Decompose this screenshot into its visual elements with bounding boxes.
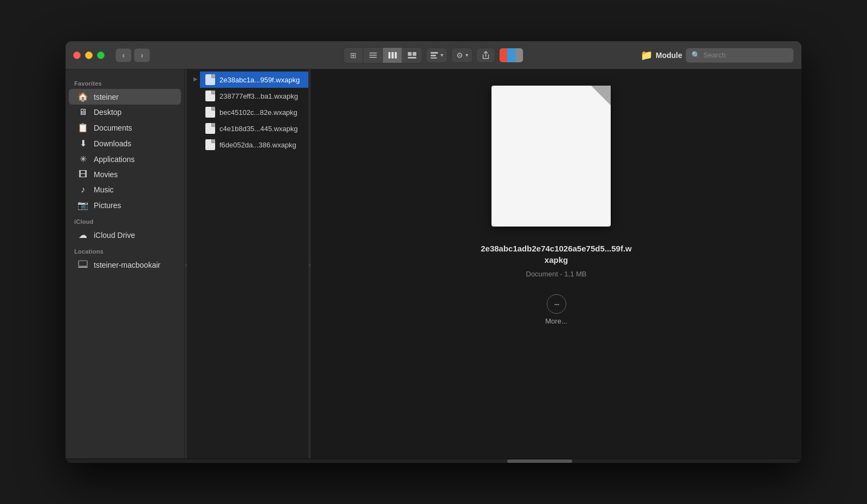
music-icon: ♪: [77, 185, 88, 195]
svg-rect-9: [431, 52, 438, 54]
icloud-label: iCloud: [66, 213, 184, 227]
sidebar-item-label: Applications: [94, 155, 135, 164]
preview-meta: Document - 1,1 MB: [526, 270, 587, 278]
svg-rect-5: [394, 52, 397, 59]
sidebar-item-tsteiner[interactable]: 🏠 tsteiner: [69, 89, 181, 105]
close-button[interactable]: [73, 51, 81, 59]
computer-icon: [77, 260, 88, 270]
sidebar-item-label: Documents: [94, 124, 132, 132]
content-area: Favorites 🏠 tsteiner 🖥 Desktop 📋 Documen…: [66, 69, 801, 458]
toolbar-center: ⊞: [344, 47, 524, 63]
more-label: More...: [545, 317, 567, 325]
title-bar: ‹ › ⊞: [66, 41, 801, 69]
preview-filename: 2e38abc1adb2e74c1026a5e75d5...59f.wxapkg: [481, 243, 632, 266]
more-circle-icon: ···: [547, 294, 566, 314]
svg-rect-8: [408, 57, 417, 59]
search-box[interactable]: 🔍: [685, 48, 794, 63]
folder-icon: 📁: [640, 49, 652, 61]
file-name: f6de052da...386.wxapkg: [219, 141, 296, 149]
gallery-view-button[interactable]: [403, 48, 422, 63]
sidebar-item-applications[interactable]: ✳ Applications: [69, 151, 181, 167]
sidebar-item-label: Movies: [94, 170, 118, 179]
svg-rect-12: [79, 261, 87, 266]
group-dropdown-button[interactable]: ▾: [426, 48, 448, 63]
window-title-text: Module: [656, 51, 682, 60]
column-view-button[interactable]: [383, 48, 403, 63]
back-button[interactable]: ‹: [115, 48, 132, 62]
sidebar-item-label: tsteiner-macbookair: [94, 261, 160, 269]
share-button[interactable]: [476, 48, 496, 63]
file-name: 2e38abc1a...959f.wxapkg: [219, 76, 300, 84]
favorites-label: Favorites: [66, 75, 184, 89]
sidebar-item-label: Music: [94, 185, 114, 194]
sidebar-item-label: iCloud Drive: [94, 231, 135, 240]
toolbar-right: 📁 Module 🔍: [640, 48, 794, 63]
file-icon: [205, 74, 215, 85]
sidebar-item-music[interactable]: ♪ Music: [69, 182, 181, 197]
file-pane: 2e38abc1a...959f.wxapkg 238777eff3...ba1…: [200, 69, 308, 458]
forward-button[interactable]: ›: [134, 48, 150, 62]
svg-rect-10: [431, 55, 436, 56]
tag-button[interactable]: [499, 48, 524, 63]
svg-rect-11: [431, 57, 437, 59]
paper-corner-shadow: [591, 86, 611, 105]
file-name: c4e1b8d35...445.wxapkg: [219, 125, 298, 133]
sidebar-item-label: Desktop: [94, 108, 121, 117]
locations-label: Locations: [66, 243, 184, 257]
preview-pane: 2e38abc1adb2e74c1026a5e75d5...59f.wxapkg…: [310, 69, 801, 458]
column-arrow: ▶: [189, 74, 198, 84]
file-item-1[interactable]: 2e38abc1a...959f.wxapkg: [200, 72, 308, 88]
svg-rect-2: [369, 57, 377, 58]
applications-icon: ✳: [77, 154, 88, 164]
nav-buttons: ‹ ›: [115, 48, 150, 62]
svg-rect-13: [78, 267, 88, 268]
gear-icon: ⚙: [456, 51, 463, 60]
downloads-icon: ⬇: [77, 138, 88, 148]
file-icon: [205, 91, 215, 101]
svg-rect-3: [388, 52, 390, 59]
sidebar-item-pictures[interactable]: 📷 Pictures: [69, 197, 181, 213]
search-input[interactable]: [703, 51, 788, 59]
documents-icon: 📋: [77, 122, 88, 133]
sidebar-item-label: tsteiner: [94, 93, 119, 101]
sidebar-item-documents[interactable]: 📋 Documents: [69, 120, 181, 135]
icon-view-button[interactable]: ⊞: [344, 48, 364, 63]
scrollbar-thumb[interactable]: [507, 460, 572, 463]
file-item-2[interactable]: 238777eff3...ba1.wxapkg: [200, 88, 308, 104]
file-item-5[interactable]: f6de052da...386.wxapkg: [200, 137, 308, 153]
column-arrow-area: ▶: [187, 69, 200, 458]
pictures-icon: 📷: [77, 200, 88, 210]
file-icon: [205, 107, 215, 118]
preview-icon-area: [491, 86, 622, 232]
movies-icon: 🎞: [77, 170, 88, 179]
window-title: 📁 Module: [640, 49, 682, 61]
minimize-button[interactable]: [85, 51, 93, 59]
sidebar-item-macbookair[interactable]: tsteiner-macbookair: [69, 257, 181, 273]
list-view-button[interactable]: [364, 48, 383, 63]
more-button[interactable]: ··· More...: [545, 294, 567, 325]
bottom-scrollbar[interactable]: [66, 458, 801, 463]
file-icon: [205, 139, 215, 150]
file-item-3[interactable]: bec45102c...82e.wxapkg: [200, 104, 308, 120]
finder-window: ‹ › ⊞: [65, 41, 802, 463]
view-controls: ⊞: [344, 47, 423, 63]
file-name: bec45102c...82e.wxapkg: [219, 108, 297, 117]
icloud-icon: ☁: [77, 230, 88, 240]
sidebar-item-icloud-drive[interactable]: ☁ iCloud Drive: [69, 227, 181, 243]
sidebar-item-downloads[interactable]: ⬇ Downloads: [69, 135, 181, 151]
gear-dropdown-button[interactable]: ⚙ ▾: [451, 48, 473, 63]
svg-rect-7: [413, 52, 417, 56]
sidebar: Favorites 🏠 tsteiner 🖥 Desktop 📋 Documen…: [66, 69, 185, 458]
file-name: 238777eff3...ba1.wxapkg: [219, 92, 298, 100]
sidebar-item-movies[interactable]: 🎞 Movies: [69, 167, 181, 182]
svg-rect-0: [369, 53, 377, 54]
sidebar-item-label: Pictures: [94, 201, 121, 210]
svg-rect-1: [369, 55, 377, 56]
traffic-lights: [73, 51, 105, 59]
maximize-button[interactable]: [97, 51, 105, 59]
file-item-4[interactable]: c4e1b8d35...445.wxapkg: [200, 120, 308, 137]
sidebar-item-desktop[interactable]: 🖥 Desktop: [69, 105, 181, 120]
svg-rect-6: [408, 52, 412, 56]
document-preview-paper: [491, 86, 611, 227]
file-icon: [205, 123, 215, 134]
